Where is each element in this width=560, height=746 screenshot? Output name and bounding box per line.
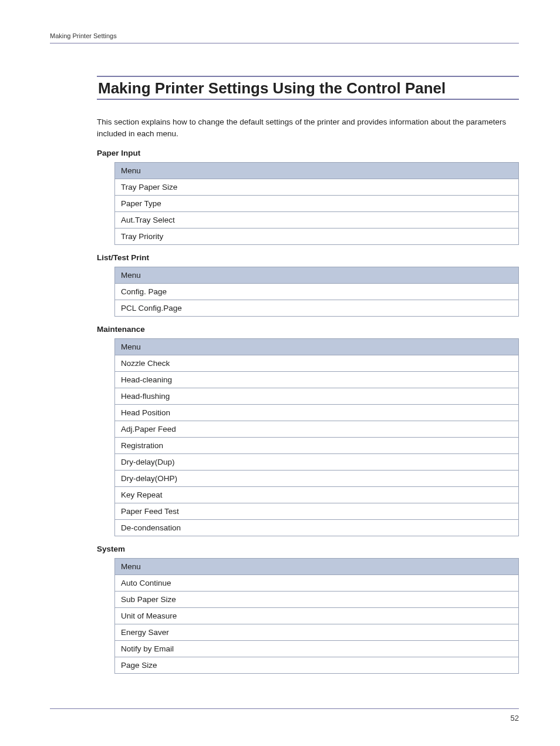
menu-item: Adj.Paper Feed [115, 421, 519, 437]
menu-item: Sub Paper Size [115, 591, 519, 607]
table-row: Dry-delay(Dup) [115, 453, 519, 470]
header-divider [50, 43, 519, 43]
menu-item: PCL Config.Page [115, 300, 519, 316]
footer-divider [50, 708, 519, 709]
section-heading-list-test: List/Test Print [97, 253, 519, 262]
menu-item: Dry-delay(OHP) [115, 470, 519, 486]
table-row: Head-flushing [115, 388, 519, 404]
title-rule-bottom [97, 99, 519, 100]
table-row: Config. Page [115, 283, 519, 300]
table-row: Energy Saver [115, 624, 519, 640]
menu-item: Energy Saver [115, 624, 519, 640]
section-heading-system: System [97, 545, 519, 553]
menu-header: Menu [115, 558, 519, 574]
table-row: Adj.Paper Feed [115, 421, 519, 437]
table-row: Auto Continue [115, 574, 519, 591]
title-rule-top [97, 76, 519, 77]
section-heading-paper-input: Paper Input [97, 149, 519, 157]
table-row: Aut.Tray Select [115, 211, 519, 228]
menu-item: Registration [115, 437, 519, 453]
table-row: Unit of Measure [115, 607, 519, 624]
table-row: Key Repeat [115, 486, 519, 503]
menu-item: Dry-delay(Dup) [115, 453, 519, 470]
table-row: Head-cleaning [115, 371, 519, 388]
table-row: Head Position [115, 404, 519, 421]
menu-item: Tray Paper Size [115, 179, 519, 195]
table-row: PCL Config.Page [115, 300, 519, 316]
table-row: Notify by Email [115, 640, 519, 657]
menu-item: Head Position [115, 404, 519, 421]
section-heading-maintenance: Maintenance [97, 325, 519, 334]
menu-item: Config. Page [115, 283, 519, 300]
menu-item: De-condensation [115, 519, 519, 536]
menu-item: Notify by Email [115, 640, 519, 657]
menu-item: Key Repeat [115, 486, 519, 503]
page-title: Making Printer Settings Using the Contro… [97, 79, 519, 98]
menu-item: Paper Type [115, 195, 519, 211]
table-row: Registration [115, 437, 519, 453]
menu-item: Head-flushing [115, 388, 519, 404]
intro-paragraph: This section explains how to change the … [97, 116, 519, 140]
menu-table-list-test: Menu Config. Page PCL Config.Page [114, 267, 519, 317]
menu-item: Head-cleaning [115, 371, 519, 388]
menu-table-maintenance: Menu Nozzle Check Head-cleaning Head-flu… [114, 338, 519, 536]
table-row: Page Size [115, 657, 519, 673]
table-row: Tray Priority [115, 228, 519, 244]
table-row: Sub Paper Size [115, 591, 519, 607]
menu-header: Menu [115, 162, 519, 179]
menu-header: Menu [115, 267, 519, 283]
menu-item: Auto Continue [115, 574, 519, 591]
menu-table-paper-input: Menu Tray Paper Size Paper Type Aut.Tray… [114, 162, 519, 245]
page-footer: 52 [50, 708, 519, 723]
menu-table-system: Menu Auto Continue Sub Paper Size Unit o… [114, 558, 519, 674]
table-row: Paper Feed Test [115, 503, 519, 519]
menu-item: Unit of Measure [115, 607, 519, 624]
table-row: Dry-delay(OHP) [115, 470, 519, 486]
menu-item: Paper Feed Test [115, 503, 519, 519]
table-row: Paper Type [115, 195, 519, 211]
table-row: De-condensation [115, 519, 519, 536]
menu-header: Menu [115, 338, 519, 355]
page-number: 52 [50, 714, 519, 723]
table-row: Tray Paper Size [115, 179, 519, 195]
table-row: Nozzle Check [115, 355, 519, 371]
menu-item: Page Size [115, 657, 519, 673]
menu-item: Nozzle Check [115, 355, 519, 371]
header-section-label: Making Printer Settings [50, 32, 519, 39]
menu-item: Tray Priority [115, 228, 519, 244]
menu-item: Aut.Tray Select [115, 211, 519, 228]
